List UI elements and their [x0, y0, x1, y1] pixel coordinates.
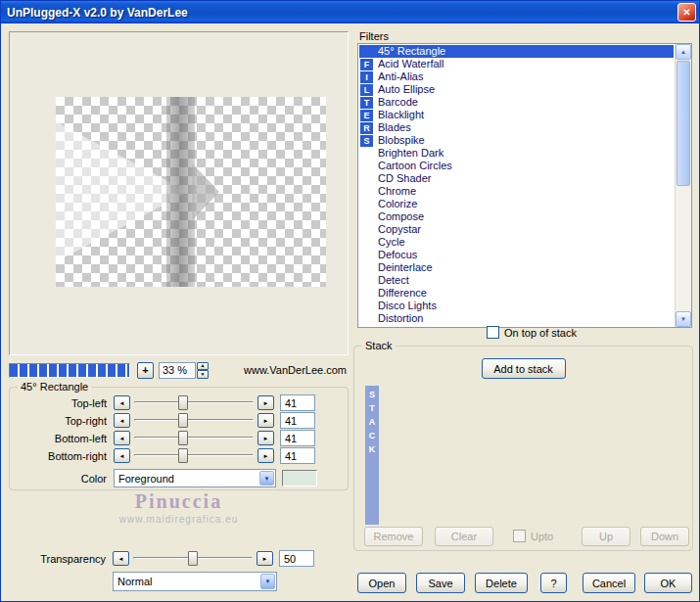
- top-left-value-input[interactable]: [280, 394, 315, 411]
- transparency-label: Transparency: [11, 553, 113, 565]
- right-arrow-icon: ►: [263, 400, 269, 406]
- save-button[interactable]: Save: [416, 573, 465, 593]
- filter-item[interactable]: Cycle: [359, 236, 674, 249]
- filter-item[interactable]: Blobspike: [359, 134, 674, 147]
- on-top-of-stack-checkbox[interactable]: [487, 326, 499, 339]
- upto-checkbox[interactable]: [513, 530, 526, 542]
- vendor-website-link[interactable]: www.VanDerLee.com: [244, 364, 347, 376]
- slider-track[interactable]: [132, 413, 256, 428]
- slider-track[interactable]: [132, 448, 256, 463]
- filter-item[interactable]: Blades: [359, 121, 674, 134]
- down-button[interactable]: Down: [640, 527, 689, 546]
- decrement-button[interactable]: ◄: [114, 448, 130, 463]
- filter-item[interactable]: Defocus: [359, 249, 674, 261]
- filter-item[interactable]: Copystar: [359, 223, 674, 236]
- transparency-slider-track[interactable]: [131, 551, 255, 566]
- increment-button[interactable]: ►: [257, 448, 274, 463]
- top-right-value-input[interactable]: [280, 412, 315, 429]
- slider-track[interactable]: [132, 431, 256, 445]
- close-button[interactable]: ✕: [677, 3, 696, 22]
- slider-row-top-left: Top-left ◄ ►: [12, 394, 344, 411]
- slider-row-top-right: Top-right ◄ ►: [12, 412, 344, 429]
- slider-thumb[interactable]: [178, 395, 188, 410]
- cancel-button[interactable]: Cancel: [583, 573, 635, 593]
- slider-groove: [134, 454, 254, 456]
- filter-item[interactable]: CD Shader: [359, 172, 674, 185]
- right-arrow-icon: ►: [262, 556, 268, 562]
- add-to-stack-button[interactable]: Add to stack: [482, 358, 566, 379]
- preview-panel: [9, 31, 349, 355]
- slider-track[interactable]: [132, 395, 256, 410]
- increment-button[interactable]: ►: [257, 395, 274, 410]
- filter-item-selected[interactable]: 45° Rectangle: [359, 45, 674, 58]
- slider-thumb[interactable]: [188, 551, 198, 566]
- zoom-level-field[interactable]: 33 %: [159, 362, 196, 379]
- on-top-of-stack-label: On top of stack: [504, 327, 577, 339]
- filter-item[interactable]: Colorize: [359, 198, 674, 210]
- transparency-value-input[interactable]: [279, 550, 314, 567]
- slider-thumb[interactable]: [178, 448, 188, 463]
- bottom-right-value-input[interactable]: [280, 447, 315, 464]
- bottom-left-value-input[interactable]: [280, 430, 315, 446]
- preview-image[interactable]: [56, 97, 326, 287]
- filter-item[interactable]: Acid Waterfall: [359, 58, 674, 70]
- zoom-level-value: 33 %: [163, 364, 187, 376]
- filter-item[interactable]: Blacklight: [359, 109, 674, 121]
- slider-label: Bottom-left: [12, 433, 114, 444]
- ok-button[interactable]: OK: [644, 573, 692, 593]
- slider-thumb[interactable]: [178, 413, 188, 428]
- zoom-spin-down-button[interactable]: ▼: [197, 370, 209, 379]
- filter-item[interactable]: Detect: [359, 274, 674, 287]
- delete-button[interactable]: Delete: [475, 573, 528, 593]
- filter-settings-group: 45° Rectangle Top-left ◄ ► Top-right ◄: [9, 387, 349, 490]
- increment-button[interactable]: ►: [257, 431, 274, 445]
- filter-item[interactable]: Cartoon Circles: [359, 160, 674, 172]
- scroll-up-icon: ▲: [680, 49, 686, 55]
- blend-mode-dropdown[interactable]: Normal ▼: [113, 572, 277, 591]
- zoom-row: + 33 % ▲ ▼ www.VanDerLee.com: [9, 361, 349, 379]
- decrement-button[interactable]: ◄: [114, 431, 130, 445]
- filter-item[interactable]: Auto Ellipse: [359, 83, 674, 96]
- decrement-button[interactable]: ◄: [114, 395, 130, 410]
- zoom-plus-button[interactable]: +: [137, 362, 154, 379]
- filter-item[interactable]: Difference: [359, 287, 674, 300]
- up-button[interactable]: Up: [582, 527, 630, 546]
- scrollbar-thumb[interactable]: [677, 61, 690, 186]
- color-source-dropdown[interactable]: Foreground ▼: [114, 469, 276, 487]
- decrement-button[interactable]: ◄: [114, 413, 130, 428]
- open-button[interactable]: Open: [357, 573, 406, 593]
- increment-button[interactable]: ►: [257, 413, 274, 428]
- increment-button[interactable]: ►: [257, 551, 273, 566]
- slider-row-bottom-right: Bottom-right ◄ ►: [12, 447, 344, 464]
- filter-item[interactable]: Barcode: [359, 96, 674, 109]
- slider-thumb[interactable]: [178, 431, 188, 445]
- filter-item[interactable]: Chrome: [359, 185, 674, 198]
- title-bar[interactable]: UnPlugged-X v2.0 by VanDerLee ✕: [1, 1, 699, 23]
- decrement-button[interactable]: ◄: [113, 551, 129, 566]
- scroll-down-button[interactable]: ▼: [676, 311, 691, 327]
- stack-vertical-label: S T A C K: [365, 386, 379, 525]
- remove-button[interactable]: Remove: [364, 527, 423, 546]
- filter-item[interactable]: Compose: [359, 210, 674, 223]
- color-swatch[interactable]: [282, 470, 317, 486]
- filter-item[interactable]: Brighten Dark: [359, 147, 674, 160]
- scroll-up-button[interactable]: ▲: [676, 44, 691, 60]
- filter-item[interactable]: Deinterlace: [359, 261, 674, 274]
- filters-scrollbar[interactable]: ▲ ▼: [675, 44, 691, 327]
- zoom-spin-up-button[interactable]: ▲: [197, 362, 209, 371]
- plus-icon: +: [142, 364, 148, 376]
- help-button[interactable]: ?: [540, 573, 567, 593]
- transparency-row: Transparency ◄ ►: [11, 550, 349, 567]
- dropdown-arrow-icon[interactable]: ▼: [260, 574, 275, 589]
- clear-button[interactable]: Clear: [435, 527, 493, 546]
- filter-item[interactable]: Distortion: [359, 312, 674, 325]
- filter-item[interactable]: Disco Lights: [359, 300, 674, 312]
- zoom-spinner: ▲ ▼: [197, 362, 209, 379]
- left-arrow-icon: ◄: [118, 556, 124, 562]
- settings-group-title: 45° Rectangle: [18, 381, 91, 393]
- upto-row: Upto: [513, 530, 553, 542]
- stack-group: Stack Add to stack S T A C K Remove Clea…: [353, 346, 693, 551]
- filters-label: Filters: [359, 30, 389, 42]
- dropdown-arrow-icon[interactable]: ▼: [259, 471, 274, 486]
- filter-item[interactable]: Anti-Alias: [359, 70, 674, 83]
